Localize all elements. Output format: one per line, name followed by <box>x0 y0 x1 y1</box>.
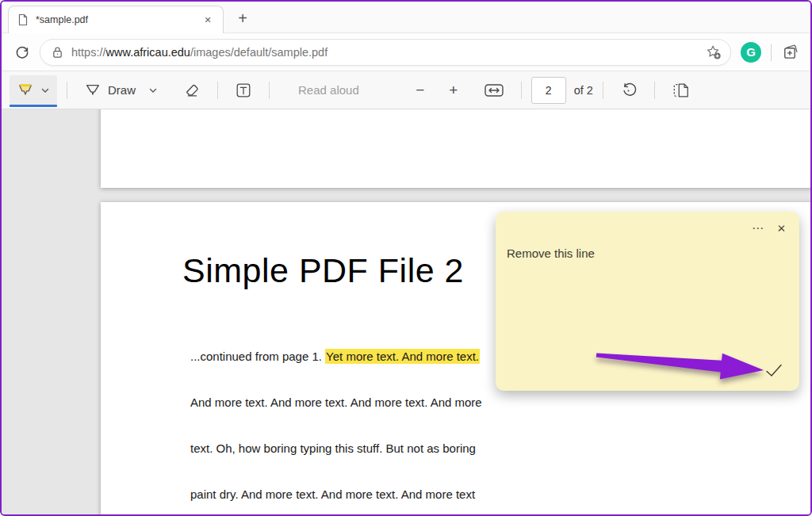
toolbar-divider <box>269 82 270 99</box>
toolbar-divider <box>521 82 522 99</box>
page-number-input[interactable] <box>531 77 566 104</box>
draw-tool-button[interactable]: Draw <box>77 75 165 105</box>
document-line: paint dry. And more text. And more text.… <box>190 487 482 502</box>
draw-tool-label: Draw <box>108 83 136 97</box>
collections-icon <box>781 43 799 61</box>
url-path: /images/default/sample.pdf <box>190 46 327 59</box>
star-add-icon <box>705 44 722 61</box>
address-bar: https://www.africau.edu/images/default/s… <box>2 33 810 71</box>
highlighter-icon <box>17 82 34 99</box>
zoom-out-button[interactable]: − <box>408 82 432 99</box>
pdf-toolbar: Draw Read aloud − + <box>2 71 810 109</box>
note-close-icon[interactable]: ✕ <box>774 220 789 236</box>
note-checkmark[interactable] <box>765 364 783 377</box>
rotate-icon <box>620 82 638 99</box>
draw-pen-icon <box>84 82 102 99</box>
line1-prefix: ...continued from page 1. <box>190 350 325 363</box>
url-scheme: https:// <box>71 46 106 59</box>
new-tab-button[interactable]: + <box>232 7 254 29</box>
chevron-down-icon <box>148 86 158 95</box>
toolbar-divider <box>771 44 772 61</box>
tab-sample-pdf[interactable]: *sample.pdf ✕ <box>8 6 224 33</box>
erase-tool-button[interactable] <box>176 75 208 105</box>
active-tool-indicator <box>10 105 57 107</box>
add-favorite-button[interactable] <box>705 44 722 61</box>
document-line: text. Oh, how boring typing this stuff. … <box>190 441 482 456</box>
lock-icon[interactable] <box>52 46 63 59</box>
toolbar-divider <box>217 82 218 99</box>
grammarly-extension-icon[interactable]: G <box>741 42 761 63</box>
zoom-in-button[interactable]: + <box>442 82 465 99</box>
eraser-icon <box>183 82 201 99</box>
chevron-down-icon <box>40 86 50 95</box>
toolbar-divider <box>67 82 67 99</box>
browser-window: *sample.pdf ✕ + https://www.africau.edu/… <box>0 0 812 516</box>
add-text-button[interactable] <box>228 75 259 105</box>
document-heading: Simple PDF File 2 <box>182 251 464 290</box>
pdf-page-1 <box>101 109 810 188</box>
highlight-tool-button[interactable] <box>10 75 57 105</box>
refresh-button[interactable] <box>14 44 30 60</box>
document-line: And more text. And more text. And more t… <box>190 395 482 410</box>
tab-close-icon[interactable]: ✕ <box>201 13 215 27</box>
note-text[interactable]: Remove this line <box>507 247 595 260</box>
text-tool-icon <box>235 82 252 99</box>
document-line: ...continued from page 1. Yet more text.… <box>190 349 482 364</box>
url-field[interactable]: https://www.africau.edu/images/default/s… <box>40 39 731 66</box>
sticky-note[interactable]: ⋯ ✕ Remove this line <box>496 212 799 391</box>
document-icon <box>17 13 29 26</box>
url-text: https://www.africau.edu/images/default/s… <box>71 46 705 59</box>
document-body: ...continued from page 1. Yet more text.… <box>190 318 482 514</box>
rotate-button[interactable] <box>613 75 645 105</box>
fit-width-icon <box>484 82 504 98</box>
highlighted-text: Yet more text. And more text. <box>325 349 480 364</box>
refresh-icon <box>14 44 30 60</box>
page-count-label: of 2 <box>574 84 593 97</box>
url-domain: www.africau.edu <box>106 46 190 59</box>
note-more-icon[interactable]: ⋯ <box>749 220 768 237</box>
page-view-button[interactable] <box>665 75 698 105</box>
tab-strip: *sample.pdf ✕ + <box>2 2 810 33</box>
collections-button[interactable] <box>781 43 799 61</box>
toolbar-divider <box>603 82 603 99</box>
toolbar-divider <box>654 82 655 99</box>
page-view-icon <box>672 82 691 99</box>
fit-to-width-button[interactable] <box>477 76 511 105</box>
pdf-viewer: Simple PDF File 2 ...continued from page… <box>2 109 810 514</box>
tab-title: *sample.pdf <box>36 14 201 25</box>
read-aloud-button[interactable]: Read aloud <box>298 83 359 97</box>
